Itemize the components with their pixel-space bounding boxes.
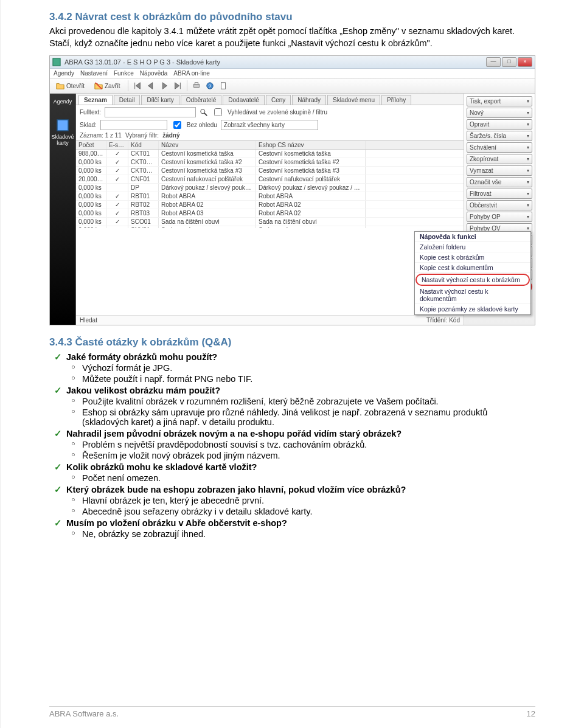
menu-item[interactable]: Funkce [114,70,134,77]
menu-item[interactable]: Agendy [54,70,74,77]
table-row[interactable]: 0,000 ks✓SCO01Sada na čištění obuviSada … [76,218,464,226]
ctx-folder[interactable]: Založení folderu [415,242,530,252]
q2: Jakou velikost obrázku mám použít? Použi… [66,386,535,427]
table-row[interactable]: 0,000 ks✓RBT01Robot ABRARobot ABRA [76,192,464,201]
zobrazit-select[interactable]: Zobrazit všechny karty [221,120,318,130]
tab-dilci[interactable]: Dílčí karty [141,95,179,105]
maximize-button[interactable]: □ [502,57,516,67]
bez-ohledu-checkbox[interactable] [173,121,181,129]
cell-kod: RBT02 [128,201,159,209]
cell-pocet: 0,000 ks [76,158,106,166]
close-button[interactable]: × [518,57,532,67]
tab-seznam[interactable]: Seznam [78,95,113,105]
q5: Který obrázek bude na eshopu zobrazen ja… [66,485,535,516]
col-pocet[interactable]: Počet [76,141,106,149]
action-button[interactable]: Občerstvit▾ [467,200,532,210]
action-button[interactable]: Opravit▾ [467,119,532,130]
separator [187,80,187,91]
minimize-button[interactable]: — [486,57,501,67]
tab-odberatele[interactable]: Odběratelé [181,95,221,105]
table-row[interactable]: 0,000 ksDPDárkový poukaz / slevový pouka… [76,184,464,192]
toolbar-open[interactable]: Otevřít [54,81,87,91]
status-hledat[interactable]: Hledat [80,317,97,324]
status-trideni-value: Kód [449,317,460,324]
nav-prev-icon[interactable] [147,81,155,90]
app-icon [52,58,61,66]
ctx-default-img-path[interactable]: Nastavit výchozí cestu k obrázkům [415,274,530,286]
chevron-down-icon: ▾ [527,145,529,150]
table-row[interactable]: 0,000 ks✓RBT03Robot ABRA 03Robot ABRA 02 [76,209,464,218]
action-button[interactable]: Zkopírovat▾ [467,154,532,164]
table-row[interactable]: 988,000 ks✓CKT01Cestovní kosmetická tašk… [76,150,464,158]
svg-rect-7 [57,120,68,131]
nav-last-icon[interactable] [173,81,182,90]
cell-kod: RBT01 [128,192,159,200]
sidebar-sklad[interactable]: Skladové karty [50,118,75,146]
action-button[interactable]: Tisk, export▾ [467,96,532,106]
table-row[interactable]: 20,000 ks✓CNF01Cestovní nafukovací polšt… [76,175,464,184]
svg-rect-6 [221,83,225,89]
cell-csnazev: Cestovní kosmetická taška #2 [256,158,366,166]
fulltext-label: Fulltext: [80,109,101,116]
ctx-copy-img-paths[interactable]: Kopie cest k obrázkům [415,252,530,263]
q1: Jaké formáty obrázků mohu použít? Výchoz… [66,352,535,384]
action-button[interactable]: Filtrovat▾ [467,189,532,199]
tab-skladmenu[interactable]: Skladové menu [327,95,380,105]
cell-pocet: 988,000 ks [76,150,106,158]
sklad-select[interactable] [100,120,167,130]
cell-nazev: Robot ABRA [159,192,256,200]
folder-close-icon [94,81,103,90]
nav-next-icon[interactable] [160,81,169,90]
cell-pocet: 0,000 ks [76,218,106,226]
footer-page: 12 [527,709,535,718]
nav-first-icon[interactable] [133,81,142,90]
table-row[interactable]: 0,000 ks✓RBT02Robot ABRA 02Robot ABRA 02 [76,201,464,209]
sidebar-sklad-label: Skladové karty [50,134,75,146]
cell-eshop [106,184,128,192]
print-icon[interactable] [192,81,201,90]
sidebar-agendy[interactable]: Agendy [54,99,72,105]
menu-item[interactable]: Nápověda [140,70,168,77]
svg-rect-3 [195,83,198,85]
search-icon[interactable] [200,108,208,117]
filtr-value: žádný [162,132,179,139]
tab-dodavatele[interactable]: Dodavatelé [223,95,265,105]
cell-csnazev: Cestovní nafukovací polštářek [256,175,366,183]
col-kod[interactable]: Kód [128,141,159,149]
tab-prilohy[interactable]: Přílohy [381,95,411,105]
tab-detail[interactable]: Detail [114,95,141,105]
ctx-default-doc-path[interactable]: Nastavit výchozí cestu k dokumentům [415,286,530,304]
ctx-copy-doc-paths[interactable]: Kopie cest k dokumentům [415,263,530,273]
toolbar-close[interactable]: Zavřít [92,81,123,91]
action-button[interactable]: Vymazat▾ [467,165,532,176]
document-icon[interactable] [219,81,228,90]
tab-ceny[interactable]: Ceny [266,95,291,105]
ctx-help[interactable]: Nápověda k funkci [415,232,530,242]
ctx-copy-note[interactable]: Kopie poznámky ze skladové karty [415,304,530,314]
table-row[interactable]: 0,000 ks✓CKT01_3Cestovní kosmetická tašk… [76,167,464,175]
col-eshop[interactable]: E-shop [106,141,128,149]
cell-kod: SCO01 [128,218,159,226]
menu-item[interactable]: Nastavení [80,70,108,77]
action-button[interactable]: Pohyby OP▾ [467,212,532,222]
menubar: Agendy Nastavení Funkce Nápověda ABRA on… [50,69,535,78]
action-button[interactable]: Šarže/s. čísla▾ [467,131,532,141]
q3a: Problém s největší pravděpodobností souv… [82,440,535,449]
action-button[interactable]: Nový▾ [467,108,532,118]
cell-kod: CKT01 [128,150,159,158]
q3b: Řešením je vložit nový obrázek pod jiným… [82,451,535,460]
cell-pocet: 0,000 ks [76,192,106,200]
table-row[interactable]: 0,000 ks✓CKT01_2Cestovní kosmetická tašk… [76,158,464,167]
action-button[interactable]: Schválení▾ [467,142,532,153]
toolbar: Otevřít Zavřít ? [50,78,535,94]
col-csnazev[interactable]: Eshop CS název [256,141,366,149]
fulltext-input[interactable] [105,107,196,117]
action-button[interactable]: Označit vše▾ [467,177,532,187]
search-scope-checkbox[interactable] [214,108,222,116]
tab-nahrady[interactable]: Náhrady [292,95,326,105]
col-nazev[interactable]: Název [159,141,256,149]
screenshot-abra: ABRA G3 13.01.07 - E S H O P G 3 - Sklad… [49,55,535,325]
chevron-down-icon: ▾ [527,168,529,173]
help-icon[interactable]: ? [206,81,214,90]
menu-item[interactable]: ABRA on-line [173,70,209,77]
